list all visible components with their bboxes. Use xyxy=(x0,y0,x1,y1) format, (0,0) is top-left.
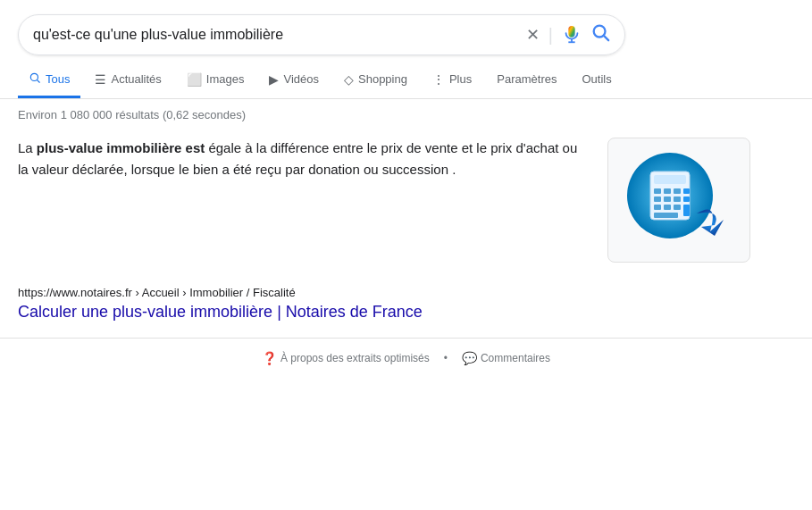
tab-tous-label: Tous xyxy=(46,72,70,86)
svg-rect-11 xyxy=(674,188,681,194)
svg-rect-14 xyxy=(664,196,671,202)
svg-rect-13 xyxy=(654,196,661,202)
search-input[interactable] xyxy=(33,27,526,43)
footer-about-label: À propos des extraits optimisés xyxy=(280,352,430,364)
videos-icon: ▶ xyxy=(269,72,279,87)
result-link-section: https://www.notaires.fr › Accueil › Immo… xyxy=(0,277,812,327)
snippet-text: La plus-value immobilière est égale à la… xyxy=(18,138,590,263)
tab-videos-label: Vidéos xyxy=(283,72,319,86)
svg-rect-17 xyxy=(654,205,661,210)
divider-line: | xyxy=(548,25,553,46)
tab-parametres-label: Paramètres xyxy=(497,72,557,86)
voice-search-icon[interactable] xyxy=(562,25,582,45)
comment-icon: 💬 xyxy=(462,351,477,365)
section-divider xyxy=(0,338,812,339)
result-title-link[interactable]: Calculer une plus-value immobilière | No… xyxy=(18,303,423,321)
tous-icon xyxy=(29,71,41,87)
search-bar: ✕ | xyxy=(18,14,625,55)
footer-comments-label: Commentaires xyxy=(481,352,550,364)
svg-rect-16 xyxy=(683,196,690,202)
tab-outils-label: Outils xyxy=(582,72,611,86)
svg-rect-15 xyxy=(674,196,681,202)
svg-rect-18 xyxy=(664,205,671,210)
svg-rect-10 xyxy=(664,188,671,194)
footer-comments-item[interactable]: 💬 Commentaires xyxy=(462,351,550,365)
svg-rect-12 xyxy=(683,188,690,194)
svg-line-3 xyxy=(604,36,608,40)
tab-images-label: Images xyxy=(206,72,245,86)
tab-actualites[interactable]: ☰ Actualités xyxy=(84,63,172,98)
svg-rect-20 xyxy=(683,205,690,216)
plus-icon: ⋮ xyxy=(432,72,445,87)
featured-snippet: La plus-value immobilière est égale à la… xyxy=(0,127,768,277)
snippet-prefix: La xyxy=(18,140,37,155)
tab-videos[interactable]: ▶ Vidéos xyxy=(258,63,330,98)
search-icons: ✕ | xyxy=(526,22,610,47)
tab-shopping-label: Shopping xyxy=(358,72,407,86)
svg-line-5 xyxy=(37,79,39,82)
svg-rect-19 xyxy=(674,205,681,210)
footer-about-item[interactable]: ❓ À propos des extraits optimisés xyxy=(262,351,430,365)
images-icon: ⬜ xyxy=(187,72,202,87)
snippet-bold: plus-value immobilière est xyxy=(37,140,205,155)
footer-bar: ❓ À propos des extraits optimisés • 💬 Co… xyxy=(0,344,812,372)
tab-shopping[interactable]: ◇ Shopping xyxy=(333,63,418,98)
tab-tous[interactable]: Tous xyxy=(18,63,80,98)
tab-outils[interactable]: Outils xyxy=(571,63,622,97)
results-info: Environ 1 080 000 résultats (0,62 second… xyxy=(0,99,812,127)
search-bar-container: ✕ | xyxy=(0,0,812,55)
search-submit-icon[interactable] xyxy=(590,22,610,47)
nav-tabs: Tous ☰ Actualités ⬜ Images ▶ Vidéos ◇ Sh… xyxy=(0,63,812,99)
result-breadcrumb: https://www.notaires.fr › Accueil › Immo… xyxy=(18,286,794,299)
tab-plus[interactable]: ⋮ Plus xyxy=(422,63,482,98)
svg-rect-8 xyxy=(654,175,686,184)
tab-actualites-label: Actualités xyxy=(111,72,161,86)
svg-rect-9 xyxy=(654,188,661,194)
tab-images[interactable]: ⬜ Images xyxy=(176,63,255,98)
tab-parametres[interactable]: Paramètres xyxy=(486,63,567,97)
tab-plus-label: Plus xyxy=(449,72,472,86)
actualites-icon: ☰ xyxy=(95,72,106,87)
help-circle-icon: ❓ xyxy=(262,351,277,365)
shopping-icon: ◇ xyxy=(344,72,354,87)
svg-rect-21 xyxy=(654,213,678,218)
snippet-image xyxy=(607,138,750,263)
clear-icon[interactable]: ✕ xyxy=(526,25,540,45)
footer-separator: • xyxy=(444,352,448,364)
